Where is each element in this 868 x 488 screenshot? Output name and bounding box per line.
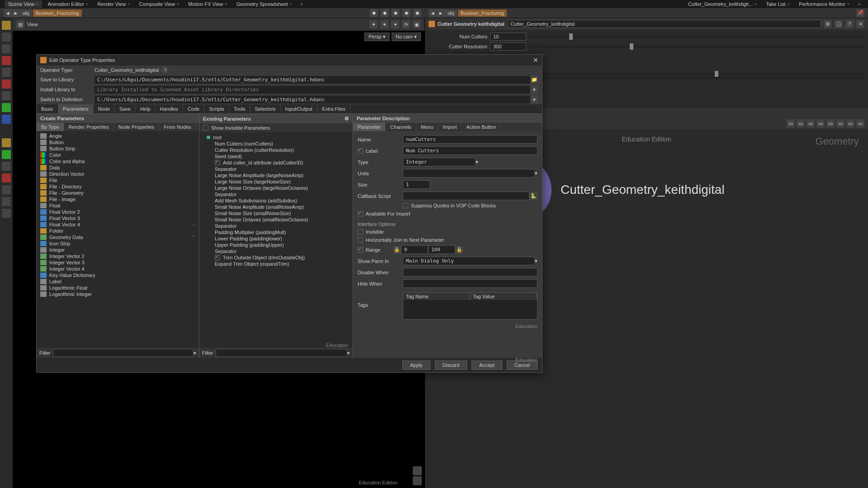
switch-def-value[interactable]: C:/Users/L6gui/Documents/houdini17.5/otl… <box>94 96 530 103</box>
tool-move[interactable] <box>2 33 11 42</box>
nv-icon-8[interactable]: ▭ <box>856 119 864 127</box>
close-icon[interactable]: ✕ <box>533 56 538 64</box>
view-menu-icon[interactable]: ▤ <box>16 20 24 28</box>
pin-icon[interactable]: 📌 <box>856 9 864 17</box>
tool-icon-5[interactable]: ◆ <box>413 9 421 17</box>
tool-14[interactable] <box>2 185 11 194</box>
vp-icon-4[interactable]: ⟳ <box>402 20 410 28</box>
param-type-row[interactable]: Integer Vector 4 <box>38 266 197 272</box>
discard-button[interactable]: Discard <box>435 361 467 370</box>
tree-root[interactable]: root <box>201 134 351 141</box>
resolution-slider[interactable] <box>529 46 864 47</box>
hide-when-input[interactable] <box>403 279 538 288</box>
param-type-row[interactable]: Logarithmic Integer <box>38 291 197 297</box>
tool-rotate[interactable] <box>2 44 11 53</box>
top-tab[interactable]: Geometry Spreadsheet × <box>233 0 296 8</box>
param-type-row[interactable]: Data <box>38 164 197 171</box>
horiz-join-checkbox[interactable] <box>358 237 363 243</box>
vp-icon-1[interactable]: ✦ <box>369 20 377 28</box>
switch-dropdown-icon[interactable]: ▾ <box>530 95 538 103</box>
param-tree-row[interactable]: Expand Trim Object (expandTrim) <box>201 261 351 267</box>
install-library-value[interactable]: Library Installed to Scanned Asset Libra… <box>94 86 530 94</box>
tool-15[interactable] <box>2 197 11 206</box>
tool-scale[interactable] <box>2 56 11 65</box>
top-tab[interactable]: Animation Editor × <box>44 0 92 8</box>
dialog-tab[interactable]: Extra Files <box>317 104 350 113</box>
range-lock-max-icon[interactable]: 🔒 <box>455 246 463 254</box>
showparm-dropdown[interactable] <box>403 257 535 265</box>
name-input[interactable] <box>403 135 538 144</box>
top-tab[interactable]: Motion FX View × <box>185 0 231 8</box>
param-tree-row[interactable]: Cutter Resolution (cutterResolution) <box>201 147 351 153</box>
num-cutters-slider[interactable] <box>529 36 864 38</box>
label-input[interactable] <box>403 146 538 155</box>
geo-node-name-input[interactable] <box>507 20 821 28</box>
param-type-row[interactable]: Logarithmic Float <box>38 285 197 291</box>
install-dropdown-icon[interactable]: ▾ <box>530 85 538 94</box>
param-tree-row[interactable]: Upper Padding (paddingUpper) <box>201 242 351 248</box>
param-tree-row[interactable]: Padding Multiplier (paddingMult) <box>201 229 351 235</box>
desc-tab[interactable]: Import <box>438 123 462 131</box>
label-checkbox[interactable] <box>358 148 363 154</box>
param-tree-row[interactable]: Large Noise Amplitude (largeNoiseAmp) <box>201 172 351 178</box>
param-slider-4[interactable] <box>490 77 864 79</box>
param-tree-row[interactable]: Trim Outside Object (trimOutsideObj) <box>201 254 351 261</box>
param-type-row[interactable]: Button <box>38 139 197 145</box>
dialog-tab[interactable]: Scripts <box>204 104 229 113</box>
create-subtab[interactable]: Node Properties <box>114 123 160 131</box>
breadcrumb-node[interactable]: Boolean_Fracturing <box>33 9 82 17</box>
tree-checkbox[interactable] <box>215 160 220 165</box>
dialog-tab[interactable]: Selectors <box>250 104 281 113</box>
create-subtab[interactable]: Render Properties <box>64 123 114 131</box>
dialog-tab[interactable]: Input/Output <box>281 104 318 113</box>
fwd-icon[interactable]: ► <box>12 9 20 17</box>
disable-when-input[interactable] <box>403 268 538 277</box>
desc-tab[interactable]: Channels <box>386 123 416 131</box>
param-type-row[interactable]: Geometry Data <box>38 234 197 240</box>
nv-icon-2[interactable]: ▭ <box>797 119 805 127</box>
tool-8[interactable] <box>2 103 11 112</box>
tool-6[interactable] <box>2 80 11 89</box>
filter-input-2[interactable] <box>216 349 347 357</box>
nv-icon-6[interactable]: ▭ <box>836 119 844 127</box>
param-tree-row[interactable]: Separator <box>201 166 351 172</box>
param-type-row[interactable]: Integer <box>38 247 197 253</box>
top-tab-right[interactable]: Performance Monitor × <box>795 0 853 8</box>
preview-icon-1[interactable] <box>413 466 422 475</box>
view-label[interactable]: View <box>24 21 41 28</box>
param-type-row[interactable]: Label <box>38 278 197 285</box>
range-min-input[interactable] <box>401 245 428 254</box>
param-type-row[interactable]: Key-Value Dictionary <box>38 272 197 278</box>
param-type-row[interactable]: Color <box>38 152 197 158</box>
param-tree-row[interactable]: Seed (seed) <box>201 153 351 160</box>
help-icon[interactable]: ? <box>845 20 854 28</box>
tool-16[interactable] <box>2 209 11 218</box>
move-left-icon[interactable]: ← <box>191 233 198 240</box>
back-icon[interactable]: ◄ <box>4 9 12 17</box>
param-tree-row[interactable]: Separator <box>201 191 351 197</box>
tool-12[interactable] <box>2 162 11 171</box>
tool-11[interactable] <box>2 150 11 159</box>
type-dropdown[interactable] <box>403 158 476 166</box>
help-icon[interactable]: ? <box>161 66 169 74</box>
param-tree-row[interactable]: Lower Padding (paddinglower) <box>201 235 351 242</box>
top-tab-right[interactable]: Cutter_Geometry_keithdigit... × <box>684 0 761 8</box>
add-tab-left[interactable]: + <box>297 1 306 7</box>
tool-5[interactable] <box>2 68 11 77</box>
desc-tab[interactable]: Action Button <box>462 123 501 131</box>
preview-icon-2[interactable] <box>413 476 422 485</box>
tool-icon-4[interactable]: ◆ <box>402 9 410 17</box>
callback-lang-icon[interactable]: 🐍 <box>529 192 538 200</box>
filter-input-1[interactable] <box>53 349 193 357</box>
nv-icon-4[interactable]: ▭ <box>816 119 825 127</box>
dialog-tab[interactable]: Tools <box>229 104 250 113</box>
tags-table[interactable]: Tag Name Tag Value <box>403 292 538 319</box>
param-type-row[interactable]: File - Image <box>38 196 197 202</box>
gear-icon[interactable]: ⚙ <box>824 20 832 28</box>
fwd-icon-r[interactable]: ► <box>437 9 445 17</box>
param-tree-row[interactable]: Separator <box>201 223 351 229</box>
close-panel-icon[interactable]: ✕ <box>856 20 864 28</box>
dialog-tab[interactable]: Basic <box>37 104 58 113</box>
param-tree-row[interactable]: Large Noise Size (largeNoiseSize) <box>201 178 351 185</box>
existing-params-tree[interactable]: root Num Cutters (numCutters)Cutter Reso… <box>199 132 353 348</box>
